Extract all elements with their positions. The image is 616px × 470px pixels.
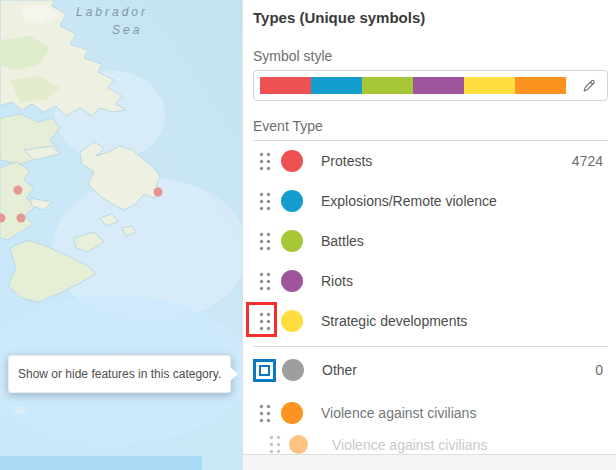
ramp-swatch: [362, 77, 413, 94]
category-count: 4724: [572, 153, 606, 169]
drag-handle-icon[interactable]: [259, 152, 271, 171]
drag-handle-icon[interactable]: [259, 272, 271, 291]
category-symbol: [282, 359, 304, 381]
legend-row-strategic-developments[interactable]: Strategic developments: [253, 301, 608, 341]
style-panel: Types (Unique symbols) Symbol style Even…: [242, 0, 616, 470]
ramp-swatch: [413, 77, 464, 94]
symbol-style-label: Symbol style: [253, 48, 608, 65]
drag-handle-icon: [269, 435, 281, 454]
category-symbol: [281, 150, 303, 172]
legend-row-battles[interactable]: Battles: [253, 221, 608, 261]
drag-handle-icon[interactable]: [259, 232, 271, 251]
ramp-swatch: [515, 77, 566, 94]
drag-handle-icon[interactable]: [259, 192, 271, 211]
map-event-dot[interactable]: [154, 188, 163, 197]
category-label: Riots: [321, 273, 353, 289]
category-symbol: [281, 402, 303, 424]
panel-title: Types (Unique symbols): [253, 8, 608, 28]
basemap: Labrador Sea: [0, 0, 242, 470]
category-label: Explosions/Remote violence: [321, 193, 497, 209]
category-symbol: [281, 230, 303, 252]
visibility-checkbox-icon[interactable]: [253, 359, 276, 382]
category-label: Other: [322, 362, 357, 378]
category-label: Violence against civilians: [332, 437, 487, 453]
legend-row-protests[interactable]: Protests 4724: [253, 141, 608, 181]
category-symbol: [281, 270, 303, 292]
tooltip-text: Show or hide features in this category.: [18, 367, 221, 381]
tooltip: Show or hide features in this category.: [8, 355, 231, 393]
checkbox-inner-square: [259, 365, 270, 376]
category-symbol: [281, 310, 303, 332]
category-label: Strategic developments: [321, 313, 467, 329]
sea-label-line2: Sea: [112, 23, 142, 37]
event-type-header: Event Type: [253, 117, 608, 141]
legend-row-explosions[interactable]: Explosions/Remote violence: [253, 181, 608, 221]
drag-handle-icon[interactable]: [259, 404, 271, 423]
panel-footer: [243, 454, 616, 470]
ramp-swatch: [464, 77, 515, 94]
drag-handle-highlight: [246, 302, 277, 337]
category-count: 0: [595, 362, 606, 378]
pencil-icon[interactable]: [580, 77, 597, 94]
sea-label-line1: Labrador: [76, 5, 148, 19]
legend-row-drag-ghost: Violence against civilians: [253, 433, 608, 456]
legend-row-other[interactable]: Other 0: [253, 349, 608, 391]
map-event-dot[interactable]: [17, 214, 26, 223]
ramp-swatch: [311, 77, 362, 94]
legend-row-riots[interactable]: Riots: [253, 261, 608, 301]
symbol-style-button[interactable]: [253, 70, 608, 101]
category-symbol: [289, 435, 308, 454]
category-symbol: [281, 190, 303, 212]
legend-row-violence-against-civilians[interactable]: Violence against civilians: [253, 393, 608, 433]
category-label: Protests: [321, 153, 372, 169]
category-label: Battles: [321, 233, 364, 249]
divider: [253, 346, 608, 347]
category-label: Violence against civilians: [321, 405, 476, 421]
map-canvas[interactable]: Labrador Sea: [0, 0, 242, 470]
ramp-swatch: [260, 77, 311, 94]
map-event-dot[interactable]: [14, 186, 23, 195]
color-ramp: [260, 77, 566, 94]
map-bottom-band: [0, 456, 202, 470]
